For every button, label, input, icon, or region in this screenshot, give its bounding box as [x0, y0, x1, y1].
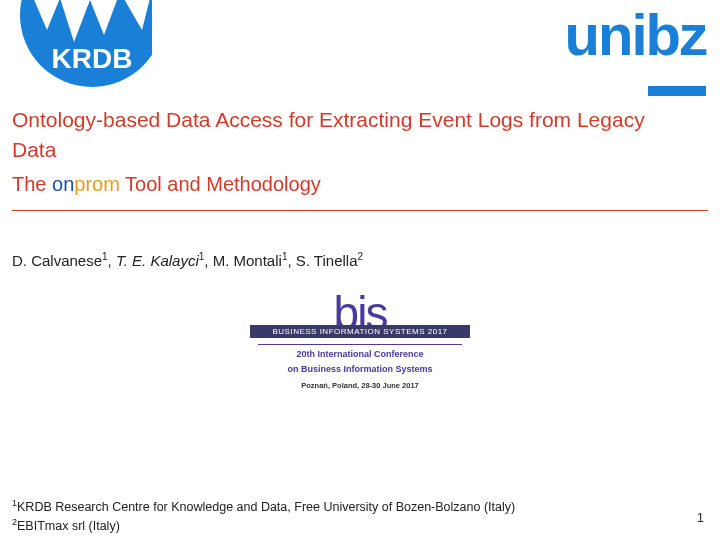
- conference-location: Poznań, Poland, 28-30 June 2017: [250, 381, 470, 390]
- author-3: M. Montali: [213, 252, 282, 269]
- author-sep-1: ,: [108, 252, 116, 269]
- author-4-aff: 2: [357, 251, 363, 262]
- conference-subtitle-1: 20th International Conference: [250, 349, 470, 360]
- title-block: Ontology-based Data Access for Extractin…: [0, 96, 720, 198]
- page-number: 1: [697, 510, 704, 525]
- subtitle-prefix: The: [12, 173, 52, 195]
- header: KRDB unibz: [0, 0, 720, 96]
- author-1: D. Calvanese: [12, 252, 102, 269]
- krdb-logo-text: KRDB: [52, 43, 133, 74]
- unibz-logo: unibz: [565, 0, 708, 96]
- conference-logo: bis BUSINESS INFORMATION SYSTEMS 2017 20…: [250, 295, 470, 390]
- author-4: S. Tinella: [296, 252, 358, 269]
- krdb-logo: KRDB: [12, 0, 152, 90]
- author-sep-3: ,: [287, 252, 295, 269]
- conference-subtitle-2: on Business Information Systems: [250, 364, 470, 375]
- subtitle-suffix: Tool and Methodology: [120, 173, 321, 195]
- authors: D. Calvanese1, T. E. Kalayci1, M. Montal…: [0, 211, 720, 269]
- affiliation-1: 1KRDB Research Centre for Knowledge and …: [12, 497, 515, 516]
- title-line-1: Ontology-based Data Access for Extractin…: [12, 106, 708, 134]
- affiliations: 1KRDB Research Centre for Knowledge and …: [12, 497, 515, 535]
- author-2: T. E. Kalayci: [116, 252, 199, 269]
- onprom-prom: prom: [74, 173, 120, 195]
- bis-divider: [258, 344, 462, 345]
- affiliation-1-text: KRDB Research Centre for Knowledge and D…: [17, 500, 515, 514]
- affiliation-2: 2EBITmax srl (Italy): [12, 516, 515, 535]
- title-line-2: Data: [12, 136, 708, 164]
- author-sep-2: ,: [204, 252, 212, 269]
- onprom-on: on: [52, 173, 74, 195]
- bis-banner: BUSINESS INFORMATION SYSTEMS 2017: [250, 325, 470, 338]
- affiliation-2-text: EBITmax srl (Italy): [17, 519, 120, 533]
- subtitle: The onprom Tool and Methodology: [12, 171, 708, 198]
- unibz-logo-text: unibz: [565, 0, 706, 64]
- unibz-logo-bar: [648, 86, 706, 96]
